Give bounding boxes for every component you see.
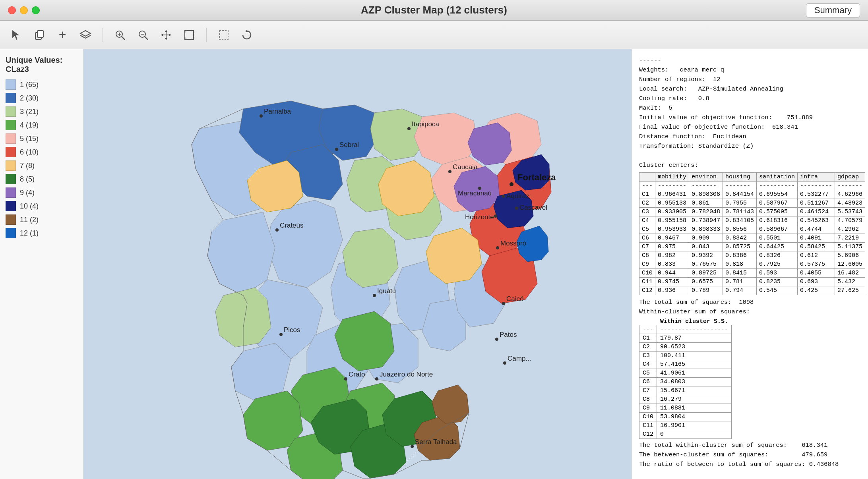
- city-label-camp: Camp...: [508, 355, 531, 362]
- add-tool[interactable]: +: [54, 27, 71, 43]
- refresh-tool[interactable]: [238, 27, 255, 43]
- city-label-caucaia: Caucaia: [453, 163, 478, 171]
- within-cell-C11-0: C11: [639, 421, 657, 430]
- within-row-C8: C816.279: [639, 395, 732, 404]
- cluster-row-C3: C30.9339050.7820480.7811430.5750950.4615…: [639, 208, 865, 216]
- legend-label-5: 5 (15): [20, 135, 39, 143]
- cluster-cell-C5-6: 4.2962: [835, 225, 865, 234]
- cluster-cell-C7-1: 0.975: [655, 243, 689, 251]
- maximize-button[interactable]: [32, 6, 40, 14]
- cluster-cell-C9-0: C9: [639, 260, 655, 269]
- cluster-cell-C9-3: 0.818: [723, 260, 757, 269]
- cluster-cell-C1-6: 4.62966: [835, 190, 865, 199]
- col-header-id: [639, 173, 655, 182]
- within-cell-C10-0: C10: [639, 413, 657, 421]
- divider-id: ---: [639, 182, 655, 190]
- legend-label-3: 3 (21): [20, 108, 39, 116]
- layers-tool[interactable]: [77, 27, 94, 43]
- within-cell-C1-0: C1: [639, 334, 657, 343]
- cluster-row-C8: C80.9820.93920.83860.83260.6125.6906: [639, 251, 865, 260]
- col-header-housing: housing: [723, 173, 757, 182]
- cluster-row-C11: C110.97450.65750.7810.82350.6935.432: [639, 278, 865, 286]
- cluster-cell-C5-1: 0.953933: [655, 225, 689, 234]
- legend-color-5: [6, 133, 16, 144]
- legend-label-11: 11 (2): [20, 216, 39, 224]
- cluster-row-C1: C10.9664310.8983080.8441540.6955540.5322…: [639, 190, 865, 199]
- cluster-cell-C12-0: C12: [639, 286, 655, 295]
- cluster-cell-C12-4: 0.545: [757, 286, 798, 295]
- zoom-in-tool[interactable]: [112, 27, 128, 43]
- within-row-C6: C634.0803: [639, 378, 732, 386]
- cluster-cell-C7-5: 0.58425: [798, 243, 835, 251]
- legend-label-7: 7 (8): [20, 162, 35, 170]
- cluster-cell-C2-4: 0.587967: [757, 199, 798, 208]
- col-header-sanitation: sanitation: [757, 173, 798, 182]
- cluster-centers-table: mobility environ housing sanitation infr…: [639, 172, 865, 295]
- cluster-cell-C8-5: 0.612: [798, 251, 835, 260]
- cluster-cell-C6-6: 7.2219: [835, 234, 865, 243]
- city-label-fortaleza: Fortaleza: [517, 172, 556, 182]
- fullextent-tool[interactable]: [181, 27, 198, 43]
- within-row-C10: C1053.9804: [639, 413, 732, 421]
- svg-point-73: [335, 148, 338, 151]
- city-label-sobral: Sobral: [339, 141, 359, 149]
- cluster-cell-C8-0: C8: [639, 251, 655, 260]
- city-label-caico: Caicó: [506, 295, 523, 303]
- cluster-row-C9: C90.8330.765750.8180.79250.5737512.6005: [639, 260, 865, 269]
- cluster-cell-C1-5: 0.532277: [798, 190, 835, 199]
- svg-point-80: [275, 228, 279, 232]
- within-cell-C2-0: C2: [639, 343, 657, 352]
- close-button[interactable]: [8, 6, 16, 14]
- cluster-row-C6: C60.94670.9090.83420.55010.40917.2219: [639, 234, 865, 243]
- cluster-cell-C10-6: 16.482: [835, 269, 865, 278]
- toolbar: +: [0, 21, 868, 49]
- divider-env: -------: [689, 182, 723, 190]
- col-header-infra: infra: [798, 173, 835, 182]
- within-table-body: C1179.87C290.6523C3100.411C457.4165C541.…: [639, 334, 732, 439]
- legend-color-11: [6, 214, 16, 225]
- svg-point-72: [260, 114, 263, 118]
- minimize-button[interactable]: [20, 6, 28, 14]
- legend-item-3: 3 (21): [6, 106, 78, 117]
- svg-point-89: [411, 445, 414, 448]
- select-region-tool[interactable]: [215, 27, 232, 43]
- within-cell-C1-1: 179.87: [657, 334, 732, 343]
- pan-tool[interactable]: [158, 27, 174, 43]
- legend-label-6: 6 (10): [20, 148, 39, 156]
- zoom-out-tool[interactable]: [135, 27, 151, 43]
- svg-point-78: [515, 207, 518, 210]
- city-label-crateus: Crateús: [280, 222, 304, 229]
- within-cell-C4-0: C4: [639, 360, 657, 369]
- cluster-cell-C10-5: 0.4055: [798, 269, 835, 278]
- map-area[interactable]: Fortaleza Parnalba Sobral Itapipoca Cauc…: [83, 49, 632, 479]
- svg-point-81: [496, 246, 499, 249]
- divider-san: ----------: [757, 182, 798, 190]
- legend-item-5: 5 (15): [6, 133, 78, 144]
- summary-panel[interactable]: ------ Weights: ceara_merc_q Number of r…: [632, 49, 868, 479]
- legend-label-12: 12 (1): [20, 229, 39, 238]
- select-tool[interactable]: [8, 27, 25, 43]
- within-cell-C9-0: C9: [639, 404, 657, 413]
- legend-item-12: 12 (1): [6, 228, 78, 238]
- city-label-mossoro: Mossoró: [500, 240, 526, 247]
- cluster-cell-C8-4: 0.8326: [757, 251, 798, 260]
- svg-rect-2: [37, 31, 43, 37]
- summary-button[interactable]: Summary: [806, 3, 860, 17]
- copy-tool[interactable]: [31, 27, 48, 43]
- city-label-maracanau: Maracanaú: [458, 189, 492, 197]
- city-label-parnalba: Parnalba: [264, 108, 291, 115]
- within-cell-C11-1: 16.9901: [657, 421, 732, 430]
- legend-label-8: 8 (5): [20, 175, 35, 183]
- svg-point-74: [407, 127, 411, 130]
- cluster-cell-C6-4: 0.5501: [757, 234, 798, 243]
- cluster-cell-C3-6: 5.53743: [835, 208, 865, 216]
- toolbar-separator-1: [103, 28, 103, 42]
- within-cell-C12-1: 0: [657, 430, 732, 439]
- cluster-cell-C6-0: C6: [639, 234, 655, 243]
- cluster-cell-C1-1: 0.966431: [655, 190, 689, 199]
- cluster-cell-C9-1: 0.833: [655, 260, 689, 269]
- col-header-environ: environ: [689, 173, 723, 182]
- cluster-cell-C2-1: 0.955133: [655, 199, 689, 208]
- within-cell-C8-1: 16.279: [657, 395, 732, 404]
- cluster-cell-C3-4: 0.575095: [757, 208, 798, 216]
